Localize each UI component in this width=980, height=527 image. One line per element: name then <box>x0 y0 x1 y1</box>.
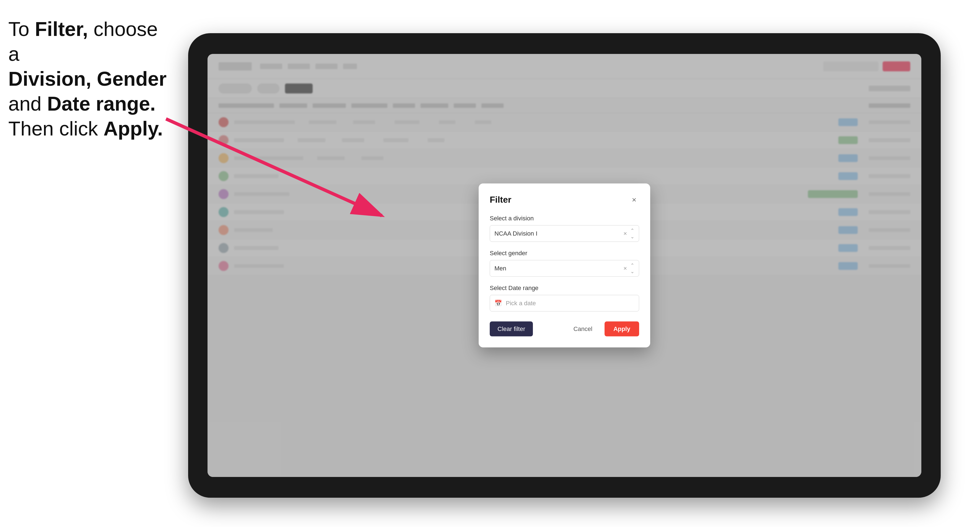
modal-footer: Clear filter Cancel Apply <box>490 322 639 337</box>
instruction-line3: and Date range. <box>8 93 156 115</box>
date-placeholder: Pick a date <box>506 300 536 307</box>
instruction-line4: Then click Apply. <box>8 117 163 140</box>
instruction-line1: To Filter, choose a <box>8 18 158 65</box>
division-label: Select a division <box>490 215 639 222</box>
division-select-controls: × ⌃⌄ <box>624 227 635 240</box>
division-value: NCAA Division I <box>495 230 537 237</box>
division-select[interactable]: NCAA Division I × ⌃⌄ <box>490 225 639 242</box>
gender-value: Men <box>495 265 506 272</box>
division-form-group: Select a division NCAA Division I × ⌃⌄ <box>490 215 639 242</box>
division-arrow-icon: ⌃⌄ <box>630 227 635 240</box>
date-input[interactable]: 📅 Pick a date <box>490 295 639 312</box>
instruction-bold: Division, Gender <box>8 68 167 90</box>
tablet-device: Filter × Select a division NCAA Division… <box>188 33 941 498</box>
calendar-icon: 📅 <box>495 300 502 307</box>
modal-title: Filter <box>490 195 511 205</box>
division-clear-icon[interactable]: × <box>624 230 627 237</box>
filter-modal: Filter × Select a division NCAA Division… <box>479 184 650 348</box>
gender-select-controls: × ⌃⌄ <box>624 262 635 275</box>
gender-label: Select gender <box>490 250 639 257</box>
apply-button[interactable]: Apply <box>605 322 639 337</box>
date-form-group: Select Date range 📅 Pick a date <box>490 284 639 312</box>
modal-header: Filter × <box>490 195 639 205</box>
date-label: Select Date range <box>490 284 639 292</box>
modal-close-button[interactable]: × <box>629 195 639 205</box>
cancel-button[interactable]: Cancel <box>566 322 600 337</box>
instruction-text: To Filter, choose a Division, Gender and… <box>8 17 169 141</box>
gender-arrow-icon: ⌃⌄ <box>630 262 635 275</box>
clear-filter-button[interactable]: Clear filter <box>490 322 533 337</box>
gender-clear-icon[interactable]: × <box>624 265 627 272</box>
gender-form-group: Select gender Men × ⌃⌄ <box>490 250 639 277</box>
gender-select[interactable]: Men × ⌃⌄ <box>490 260 639 277</box>
tablet-screen: Filter × Select a division NCAA Division… <box>207 54 921 477</box>
